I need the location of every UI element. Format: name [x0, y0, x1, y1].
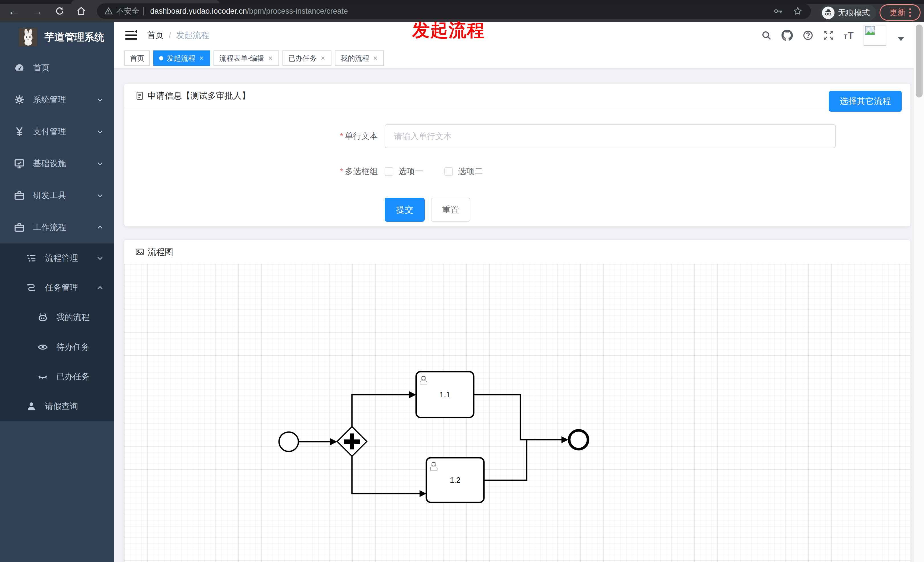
sidebar-item-todo-tasks[interactable]: 待办任务: [0, 332, 114, 362]
gear-icon: [12, 94, 27, 105]
home-icon: [76, 6, 86, 16]
tag-home[interactable]: 首页: [124, 51, 150, 66]
security-label[interactable]: 不安全: [116, 6, 140, 16]
browser-update-menu-button[interactable]: 更新: [879, 4, 921, 21]
incognito-badge: 无痕模式: [820, 5, 876, 21]
bpmn-flow-start-gateway: [299, 438, 337, 445]
chevron-down-icon: [96, 160, 104, 167]
reload-icon: [55, 6, 64, 16]
field-label: *多选框组: [124, 166, 378, 177]
bpmn-end-event[interactable]: [569, 430, 588, 449]
process-diagram-card-header: 流程图: [124, 240, 910, 264]
sidebar-item-label: 支付管理: [33, 126, 66, 137]
url-path[interactable]: /bpm/process-instance/create: [247, 7, 348, 16]
reset-button[interactable]: 重置: [431, 198, 470, 222]
required-mark: *: [340, 167, 343, 176]
single-line-text-input[interactable]: [385, 124, 836, 148]
key-icon[interactable]: [773, 6, 783, 16]
close-icon[interactable]: [372, 55, 378, 61]
browser-home-button[interactable]: [74, 3, 89, 19]
tag-label: 已办任务: [288, 54, 316, 63]
checkbox-label[interactable]: 选项二: [458, 166, 483, 177]
choose-other-process-button[interactable]: 选择其它流程: [829, 91, 902, 112]
tag-label: 我的流程: [340, 54, 369, 63]
tag-form-edit[interactable]: 流程表单-编辑: [213, 51, 279, 66]
fullscreen-icon[interactable]: [823, 30, 834, 41]
bpmn-start-event[interactable]: [279, 432, 298, 451]
help-icon[interactable]: [802, 30, 813, 41]
chevron-down-icon: [96, 192, 104, 199]
browser-forward-button[interactable]: →: [30, 3, 45, 19]
form-row-checkbox-group: *多选框组 选项一 选项二: [124, 166, 910, 177]
sidebar-item-my-process[interactable]: 我的流程: [0, 303, 114, 332]
sidebar-item-done-tasks[interactable]: 已办任务: [0, 362, 114, 391]
browser-back-button[interactable]: ←: [6, 3, 21, 19]
checkbox-option-1[interactable]: [385, 167, 393, 176]
card-title: 流程图: [148, 246, 173, 258]
hamburger-fold-icon: [124, 28, 138, 42]
app-title: 芋道管理系统: [45, 30, 104, 44]
submit-button[interactable]: 提交: [385, 198, 424, 222]
close-icon[interactable]: [199, 55, 204, 61]
github-icon[interactable]: [782, 30, 793, 41]
checkbox-option-2[interactable]: [444, 167, 453, 176]
sidebar-item-infrastructure[interactable]: 基础设施: [0, 148, 114, 180]
bpmn-user-task-1-1[interactable]: 1.1: [416, 372, 474, 418]
process-diagram-card: 流程图: [124, 240, 911, 562]
update-label: 更新: [889, 7, 906, 18]
document-icon: [135, 91, 144, 100]
bookmark-star-icon[interactable]: [793, 6, 803, 16]
bpmn-parallel-gateway[interactable]: [337, 427, 367, 456]
address-bar[interactable]: 不安全 dashboard.yudao.iocoder.cn/bpm/proce…: [97, 3, 811, 19]
avatar-caret-icon[interactable]: [898, 37, 904, 41]
tag-start-process[interactable]: 发起流程: [153, 51, 210, 66]
annotation-text: 发起流程: [412, 18, 485, 42]
tag-done-tasks[interactable]: 已办任务: [282, 51, 332, 66]
sidebar-item-dev-tools[interactable]: 研发工具: [0, 180, 114, 211]
sidebar-item-process-mgmt[interactable]: 流程管理: [0, 243, 114, 273]
sidebar-logo[interactable]: 芋道管理系统: [0, 22, 114, 52]
chevron-up-icon: [96, 284, 104, 292]
avatar[interactable]: [864, 25, 886, 46]
browser-reload-button[interactable]: [52, 3, 67, 19]
incognito-icon: [822, 6, 834, 19]
person-icon: [24, 401, 39, 412]
incognito-label: 无痕模式: [838, 7, 870, 18]
form-row-buttons: 提交 重置: [124, 198, 910, 222]
page-scrollbar[interactable]: [914, 22, 924, 562]
sidebar-item-label: 研发工具: [33, 190, 66, 201]
sidebar-item-label: 流程管理: [45, 252, 78, 264]
breadcrumb: 首页 / 发起流程: [147, 22, 209, 48]
apply-info-card-header: 申请信息【测试多审批人】: [124, 84, 910, 108]
search-icon[interactable]: [761, 30, 772, 41]
font-size-icon[interactable]: TT: [844, 30, 854, 41]
bpmn-canvas[interactable]: 1.1 1.2: [124, 264, 910, 562]
bpmn-flow-gateway-task1: [352, 391, 416, 427]
sidebar-collapse-button[interactable]: [124, 28, 138, 42]
tag-label: 流程表单-编辑: [219, 54, 264, 63]
broken-image-icon: [865, 26, 876, 36]
sidebar-item-label: 待办任务: [56, 342, 90, 353]
scrollbar-thumb[interactable]: [916, 24, 922, 97]
url-host[interactable]: dashboard.yudao.iocoder.cn: [150, 7, 247, 16]
menu-dots-icon: [909, 8, 911, 17]
sidebar-item-workflow[interactable]: 工作流程: [0, 211, 114, 243]
sidebar-item-task-mgmt[interactable]: 任务管理: [0, 273, 114, 303]
bpmn-user-task-1-2[interactable]: 1.2: [426, 458, 484, 502]
sidebar-item-label: 首页: [33, 62, 50, 73]
close-icon[interactable]: [268, 55, 273, 61]
close-icon[interactable]: [320, 55, 326, 61]
task-label: 1.1: [440, 390, 450, 399]
sidebar-item-leave-query[interactable]: 请假查询: [0, 391, 114, 421]
sidebar-item-label: 已办任务: [56, 371, 90, 382]
checkbox-label[interactable]: 选项一: [399, 166, 423, 177]
sidebar-item-home[interactable]: 首页: [0, 52, 114, 84]
breadcrumb-home[interactable]: 首页: [147, 30, 164, 41]
sidebar-item-label: 工作流程: [33, 222, 66, 233]
picture-icon: [135, 247, 144, 256]
main-content: 申请信息【测试多审批人】 选择其它流程 *单行文本 *多选框组 选项一 选项二: [114, 68, 914, 562]
sidebar-item-payment[interactable]: 支付管理: [0, 116, 114, 148]
active-dot-icon: [159, 56, 163, 60]
sidebar-item-system[interactable]: 系统管理: [0, 84, 114, 116]
tag-my-process[interactable]: 我的流程: [335, 51, 384, 66]
